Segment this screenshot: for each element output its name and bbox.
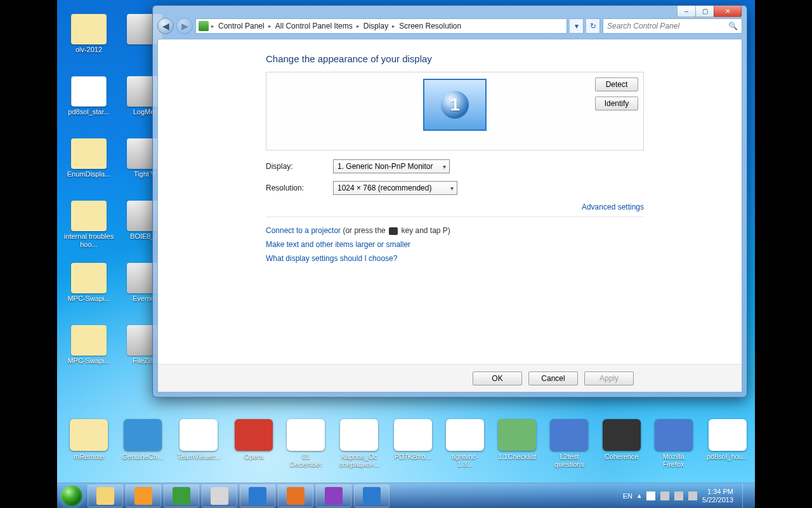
desktop-icon[interactable]: Карпов_Ос операцион... xyxy=(339,419,379,472)
taskbar-onenote-clip[interactable] xyxy=(202,485,237,507)
network-icon[interactable] xyxy=(660,491,669,500)
advanced-settings-link[interactable]: Advanced settings xyxy=(582,203,644,211)
screen-resolution-window: – ▢ ✕ ◀ ▶ ▸ Control Panel ▸ All Control … xyxy=(152,5,747,398)
page-title: Change the appearance of your display xyxy=(158,39,742,72)
desktop-icon[interactable]: L2test questions xyxy=(550,419,588,472)
desktop-icon[interactable]: 1.1Checklist xyxy=(498,419,536,472)
desktop-icon[interactable]: TeamViewer... xyxy=(177,419,221,472)
taskbar-control-panel[interactable] xyxy=(354,485,390,507)
desktop-icon[interactable]: tightvnc-1.3... xyxy=(446,419,484,472)
power-icon[interactable] xyxy=(674,491,683,500)
windows-logo-icon xyxy=(61,485,82,507)
nav-forward-button[interactable]: ▶ xyxy=(176,18,193,34)
clock[interactable]: 1:34 PM 5/22/2013 xyxy=(702,488,733,504)
connect-projector-link[interactable]: Connect to a projector xyxy=(266,226,341,235)
ok-button[interactable]: OK xyxy=(473,371,522,385)
tray-chevron-icon[interactable]: ▴ xyxy=(638,491,641,500)
action-center-icon[interactable] xyxy=(646,491,655,500)
desktop-icon[interactable]: Opera xyxy=(235,419,273,472)
desktop-large-icons: mRemoteGenuineCh...TeamViewer...Opera01 … xyxy=(70,419,749,472)
language-indicator[interactable]: EN xyxy=(623,492,632,500)
search-icon: 🔍 xyxy=(728,22,738,30)
system-tray: EN ▴ 1:34 PM 5/22/2013 xyxy=(623,483,755,509)
projector-hint: (or press the xyxy=(343,226,388,235)
refresh-button[interactable]: ↻ xyxy=(586,18,600,34)
desktop-icon[interactable]: MPC-Swapi... xyxy=(62,325,115,387)
desktop-icon[interactable]: olv-2012 xyxy=(62,14,115,76)
monitor-1[interactable]: 1 xyxy=(423,79,487,131)
taskbar-firefox[interactable] xyxy=(278,485,313,507)
cancel-button[interactable]: Cancel xyxy=(528,371,578,385)
text-size-link[interactable]: Make text and other items larger or smal… xyxy=(266,240,410,249)
desktop-icon[interactable]: pd8sol_hou... xyxy=(707,419,749,472)
minimize-button[interactable]: – xyxy=(677,6,696,17)
maximize-button[interactable]: ▢ xyxy=(695,6,714,17)
close-button[interactable]: ✕ xyxy=(714,6,742,17)
taskbar-explorer[interactable] xyxy=(88,485,123,507)
address-bar[interactable]: ▸ Control Panel ▸ All Control Panel Item… xyxy=(195,18,567,34)
help-link[interactable]: What display settings should I choose? xyxy=(266,254,397,263)
taskbar-outlook[interactable] xyxy=(126,485,161,507)
show-desktop-button[interactable] xyxy=(742,483,751,509)
apply-button[interactable]: Apply xyxy=(584,371,634,385)
identify-button[interactable]: Identify xyxy=(595,97,638,110)
taskbar-excel[interactable] xyxy=(164,485,199,507)
desktop-icon[interactable]: Coherence xyxy=(602,419,640,472)
breadcrumb[interactable]: All Control Panel Items xyxy=(274,22,354,30)
window-client-area: Change the appearance of your display 1 … xyxy=(157,39,742,392)
address-dropdown[interactable]: ▾ xyxy=(570,18,584,34)
search-placeholder: Search Control Panel xyxy=(607,22,679,30)
desktop-icon[interactable]: GenuineCh... xyxy=(122,419,163,472)
desktop-icon[interactable]: internal troubleshoo... xyxy=(62,201,115,263)
control-panel-icon xyxy=(199,21,209,31)
volume-icon[interactable] xyxy=(688,491,697,500)
taskbar: EN ▴ 1:34 PM 5/22/2013 xyxy=(57,483,755,508)
breadcrumb[interactable]: Display xyxy=(362,22,390,30)
breadcrumb[interactable]: Screen Resolution xyxy=(398,22,462,30)
display-preview[interactable]: 1 Detect Identify xyxy=(266,72,644,150)
desktop-icon[interactable]: 01 December xyxy=(287,419,325,472)
resolution-label: Resolution: xyxy=(266,184,333,192)
display-label: Display: xyxy=(266,162,333,171)
display-select[interactable]: 1. Generic Non-PnP Monitor xyxy=(333,159,450,173)
desktop-icon[interactable]: EnumDispla... xyxy=(62,138,115,201)
nav-back-button[interactable]: ◀ xyxy=(157,18,174,34)
desktop-icon[interactable]: mRemote xyxy=(70,419,108,472)
breadcrumb[interactable]: Control Panel xyxy=(217,22,266,30)
resolution-select[interactable]: 1024 × 768 (recommended) xyxy=(333,181,457,195)
monitor-number: 1 xyxy=(441,91,469,119)
desktop-icon[interactable]: PD7KBfro... xyxy=(394,419,432,472)
taskbar-ie[interactable] xyxy=(240,485,275,507)
taskbar-onenote[interactable] xyxy=(316,485,351,507)
desktop-icon[interactable]: Mozilla Firefox xyxy=(655,419,693,472)
desktop-icon[interactable]: pd8sol_star... xyxy=(62,76,115,138)
windows-key-icon xyxy=(389,227,398,235)
desktop-icon[interactable]: MPC-Swapi... xyxy=(62,263,115,325)
detect-button[interactable]: Detect xyxy=(595,77,638,91)
start-button[interactable] xyxy=(57,483,86,509)
search-input[interactable]: Search Control Panel 🔍 xyxy=(603,18,742,34)
